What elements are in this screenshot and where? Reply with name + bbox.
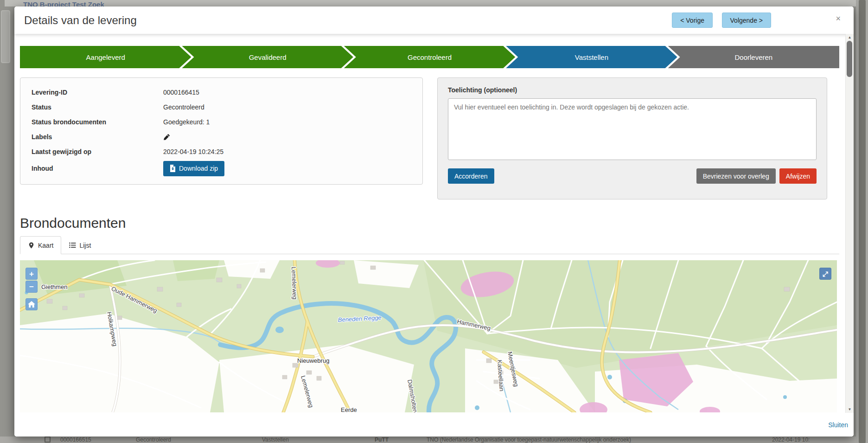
map-pin-icon bbox=[28, 242, 35, 249]
modal-footer: Sluiten bbox=[14, 413, 854, 437]
row-checkbox bbox=[45, 437, 51, 443]
map-label-nieuwebrug: Nieuwebrug bbox=[297, 357, 329, 364]
download-zip-label: Download zip bbox=[179, 165, 218, 172]
delivery-details-modal: Details van de levering < Vorige Volgend… bbox=[14, 6, 854, 437]
status-brondocumenten-label: Status brondocumenten bbox=[32, 118, 163, 126]
levering-id-label: Levering-ID bbox=[32, 89, 163, 96]
row-id: 0000166515 bbox=[60, 437, 91, 443]
row-type: PuTT bbox=[375, 437, 389, 443]
download-zip-button[interactable]: Download zip bbox=[163, 161, 224, 176]
laatst-gewijzigd-label: Laatst gewijzigd op bbox=[32, 148, 163, 155]
map-home-button[interactable] bbox=[26, 298, 38, 310]
map-fullscreen-button[interactable]: ⤢ bbox=[819, 268, 831, 280]
map-canvas[interactable]: Giethmen Oude Hammerweg Holkampweg Lemel… bbox=[20, 260, 837, 412]
tab-kaart[interactable]: Kaart bbox=[20, 236, 61, 254]
background-panel-edge bbox=[1, 10, 10, 63]
detail-row-status: Status Gecontroleerd bbox=[32, 100, 411, 115]
brondocumenten-heading: Brondocumenten bbox=[20, 215, 839, 231]
row-datum: 2022-04-19 10: bbox=[772, 437, 810, 443]
home-icon bbox=[28, 301, 35, 308]
map-zoom-in-button[interactable]: + bbox=[26, 268, 38, 280]
status-label: Status bbox=[32, 103, 163, 111]
close-icon[interactable]: × bbox=[836, 14, 841, 23]
modal-scrollbar[interactable]: ▲ ▼ bbox=[845, 34, 854, 413]
accorderen-button[interactable]: Accorderen bbox=[448, 168, 494, 184]
detail-row-status-brondocumenten: Status brondocumenten Goedgekeurd: 1 bbox=[32, 115, 411, 129]
step-vaststellen: Vaststellen bbox=[506, 46, 677, 68]
laatst-gewijzigd-value: 2022-04-19 10:24:25 bbox=[163, 148, 223, 155]
status-brondocumenten-value: Goedgekeurd: 1 bbox=[163, 118, 210, 126]
modal-header: Details van de levering < Vorige Volgend… bbox=[14, 6, 854, 34]
tab-lijst-label: Lijst bbox=[79, 242, 91, 249]
bevriezen-button[interactable]: Bevriezen voor overleg bbox=[696, 168, 776, 184]
map-label-lemelerweg-noord: Lemelerweg bbox=[290, 267, 298, 300]
map-zoom-out-button[interactable]: − bbox=[26, 281, 38, 293]
row-fase: Vaststellen bbox=[262, 437, 289, 443]
action-buttons-row: Accorderen Bevriezen voor overleg Afwijz… bbox=[448, 168, 817, 184]
toelichting-panel: Toelichting (optioneel) Accorderen Bevri… bbox=[437, 77, 827, 199]
map-container: Giethmen Oude Hammerweg Holkampweg Lemel… bbox=[20, 260, 837, 412]
background-page-top: TNO B-project Test Zoek bbox=[5, 0, 856, 6]
previous-button[interactable]: < Vorige bbox=[672, 13, 713, 28]
workflow-stepper: Aangeleverd Gevalideerd Gecontroleerd Va… bbox=[20, 46, 839, 68]
browser-scrollbar-thumb[interactable] bbox=[859, 0, 866, 443]
tab-kaart-label: Kaart bbox=[38, 242, 53, 249]
delivery-details-panel: Levering-ID 0000166415 Status Gecontrole… bbox=[20, 77, 423, 185]
step-gecontroleerd: Gecontroleerd bbox=[344, 46, 515, 68]
toelichting-textarea[interactable] bbox=[448, 98, 817, 160]
edit-labels-pencil-icon[interactable] bbox=[163, 134, 170, 141]
map-label-eerde: Eerde bbox=[341, 406, 357, 412]
levering-id-value: 0000166415 bbox=[163, 89, 199, 96]
detail-row-levering-id: Levering-ID 0000166415 bbox=[32, 85, 411, 100]
modal-title: Details van de levering bbox=[24, 14, 137, 27]
map-label-giethmen: Giethmen bbox=[41, 283, 67, 290]
detail-row-inhoud: Inhoud Download zip bbox=[32, 159, 411, 178]
background-table-row: 0000166515 Gecontroleerd Vaststellen PuT… bbox=[0, 437, 856, 443]
step-gevalideerd: Gevalideerd bbox=[182, 46, 353, 68]
detail-row-labels: Labels bbox=[32, 129, 411, 144]
step-doorleveren: Doorleveren bbox=[668, 46, 839, 68]
afwijzen-button[interactable]: Afwijzen bbox=[779, 168, 817, 184]
brondocumenten-tabbar: Kaart Lijst bbox=[20, 236, 839, 254]
status-value: Gecontroleerd bbox=[163, 103, 204, 111]
labels-label: Labels bbox=[32, 133, 163, 141]
toelichting-label: Toelichting (optioneel) bbox=[448, 86, 817, 94]
row-status: Gecontroleerd bbox=[136, 437, 171, 443]
step-aangeleverd: Aangeleverd bbox=[20, 46, 191, 68]
row-organisatie: TNO (Nederlandse Organisatie voor toegep… bbox=[427, 437, 631, 443]
modal-scrollbar-thumb[interactable] bbox=[847, 41, 852, 77]
sluiten-link[interactable]: Sluiten bbox=[828, 421, 848, 429]
download-file-icon bbox=[170, 165, 176, 172]
scrollbar-up-arrow[interactable]: ▲ bbox=[846, 35, 854, 39]
browser-scrollbar[interactable] bbox=[856, 0, 868, 443]
inhoud-label: Inhoud bbox=[32, 165, 163, 172]
scrollbar-down-arrow[interactable]: ▼ bbox=[846, 407, 854, 411]
next-button[interactable]: Volgende > bbox=[722, 13, 771, 28]
background-breadcrumb-link: TNO B-project Test Zoek bbox=[23, 0, 104, 6]
list-icon bbox=[69, 242, 76, 249]
modal-body: Aangeleverd Gevalideerd Gecontroleerd Va… bbox=[20, 34, 839, 412]
detail-row-laatst-gewijzigd: Laatst gewijzigd op 2022-04-19 10:24:25 bbox=[32, 144, 411, 159]
tab-lijst[interactable]: Lijst bbox=[61, 236, 98, 254]
